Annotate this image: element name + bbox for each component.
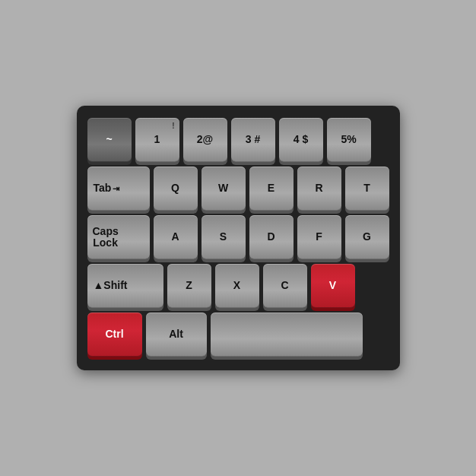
- key-alt[interactable]: Alt: [146, 313, 207, 357]
- key-e-label: E: [268, 182, 274, 194]
- key-f[interactable]: F: [297, 215, 341, 259]
- key-f-label: F: [316, 231, 322, 243]
- key-alt-label: Alt: [169, 328, 183, 340]
- row-asdf: CapsLock A S D F G: [87, 215, 389, 259]
- key-g-label: G: [363, 231, 371, 243]
- key-1-sublabel: !: [172, 122, 174, 130]
- key-s[interactable]: S: [202, 215, 246, 259]
- key-2-label: 2@: [197, 134, 213, 145]
- key-w-label: W: [218, 182, 228, 194]
- key-5[interactable]: 5%: [327, 118, 371, 162]
- key-t[interactable]: T: [345, 167, 389, 211]
- key-shift[interactable]: ▲Shift: [87, 264, 163, 308]
- key-c-label: C: [281, 280, 288, 291]
- key-e[interactable]: E: [249, 167, 294, 211]
- key-a-label: A: [171, 231, 179, 243]
- key-r[interactable]: R: [297, 167, 341, 211]
- key-tilde-label: ~: [106, 134, 112, 145]
- key-ctrl-label: Ctrl: [105, 328, 123, 340]
- key-v[interactable]: V: [311, 264, 355, 308]
- key-space[interactable]: [211, 313, 363, 357]
- keyboard: ~ 1 ! 2@ 3 # 4 $ 5% Tab⇥ Q W E: [77, 106, 400, 370]
- key-4-label: 4 $: [294, 134, 308, 145]
- key-2[interactable]: 2@: [183, 118, 227, 162]
- key-1[interactable]: 1 !: [135, 118, 179, 162]
- row-qwerty: Tab⇥ Q W E R T: [87, 167, 389, 211]
- key-d-label: D: [267, 231, 274, 243]
- key-v-label: V: [329, 280, 336, 291]
- key-shift-label: ▲Shift: [94, 280, 128, 291]
- key-capslock[interactable]: CapsLock: [87, 215, 150, 259]
- key-t-label: T: [363, 182, 370, 194]
- key-tab-label: Tab⇥: [94, 182, 120, 194]
- key-3[interactable]: 3 #: [231, 118, 275, 162]
- key-c[interactable]: C: [263, 264, 307, 308]
- key-1-label: 1: [154, 134, 160, 145]
- key-ctrl[interactable]: Ctrl: [87, 313, 142, 357]
- key-g[interactable]: G: [345, 215, 389, 259]
- row-zxcv: ▲Shift Z X C V: [87, 264, 389, 308]
- row-tilde: ~ 1 ! 2@ 3 # 4 $ 5%: [87, 118, 389, 162]
- key-q[interactable]: Q: [154, 167, 198, 211]
- key-z[interactable]: Z: [167, 264, 211, 308]
- key-4[interactable]: 4 $: [279, 118, 323, 162]
- key-s-label: S: [220, 231, 227, 243]
- key-capslock-label: CapsLock: [93, 226, 119, 249]
- key-d[interactable]: D: [249, 215, 294, 259]
- key-w[interactable]: W: [202, 167, 246, 211]
- key-x[interactable]: X: [215, 264, 259, 308]
- key-5-label: 5%: [341, 134, 356, 145]
- key-q-label: Q: [171, 182, 179, 194]
- key-tilde[interactable]: ~: [87, 118, 132, 162]
- key-3-label: 3 #: [246, 134, 260, 145]
- row-bottom: Ctrl Alt: [87, 313, 389, 357]
- key-tab[interactable]: Tab⇥: [87, 167, 150, 211]
- key-z-label: Z: [186, 280, 192, 291]
- key-x-label: X: [233, 280, 240, 291]
- key-a[interactable]: A: [154, 215, 198, 259]
- key-r-label: R: [315, 182, 322, 194]
